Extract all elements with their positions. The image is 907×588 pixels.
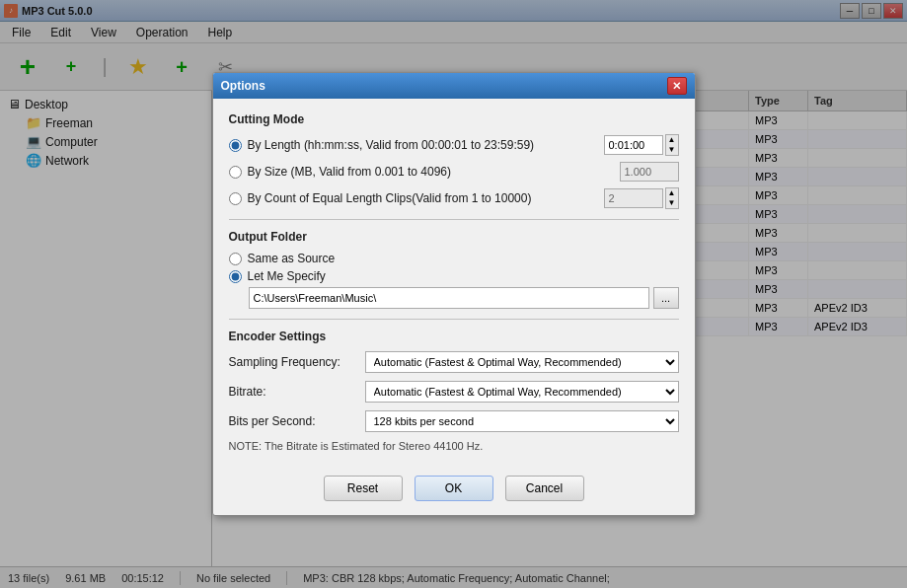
bps-label: Bits per Second: — [229, 414, 357, 428]
radio-same-as-source[interactable] — [229, 253, 242, 265]
dialog-close-button[interactable]: ✕ — [667, 77, 687, 95]
radio-same-as-source-label: Same as Source — [248, 252, 336, 265]
sampling-select[interactable]: Automatic (Fastest & Optimal Way, Recomm… — [365, 351, 679, 373]
encoder-section: Encoder Settings Sampling Frequency: Aut… — [229, 330, 679, 452]
radio-by-length[interactable] — [229, 139, 242, 152]
bitrate-note: NOTE: The Bitrate is Estimated for Stere… — [229, 440, 679, 452]
count-spin-up[interactable]: ▲ — [666, 188, 678, 198]
radio-let-me-specify-row: Let Me Specify — [229, 269, 679, 283]
sampling-row: Sampling Frequency: Automatic (Fastest &… — [229, 351, 679, 373]
by-count-value: ▲ ▼ — [604, 187, 679, 209]
radio-let-me-specify-label: Let Me Specify — [248, 269, 326, 283]
dialog-title: Options — [221, 79, 265, 93]
output-folder-section: Output Folder Same as Source Let Me Spec… — [229, 230, 679, 309]
radio-by-count-group: By Count of Equal Length Clips(Valid fro… — [229, 187, 679, 209]
encoder-label: Encoder Settings — [229, 330, 679, 343]
radio-by-length-group: By Length (hh:mm:ss, Valid from 00:00:01… — [229, 134, 679, 156]
length-time-input[interactable] — [604, 135, 663, 155]
radio-by-size-label: By Size (MB, Valid from 0.001 to 4096) — [248, 165, 452, 179]
count-input[interactable] — [604, 188, 663, 208]
modal-overlay: Options ✕ Cutting Mode By Length (hh:mm:… — [0, 0, 907, 588]
dialog-title-bar: Options ✕ — [213, 73, 695, 99]
dialog-content: Cutting Mode By Length (hh:mm:ss, Valid … — [213, 99, 695, 466]
cutting-mode-label: Cutting Mode — [229, 112, 679, 126]
path-row: ... — [249, 287, 679, 309]
bitrate-select[interactable]: Automatic (Fastest & Optimal Way, Recomm… — [365, 381, 679, 403]
separator2 — [229, 319, 679, 320]
cancel-button[interactable]: Cancel — [505, 476, 584, 501]
length-spin-down[interactable]: ▼ — [666, 145, 678, 155]
radio-by-size[interactable] — [229, 166, 242, 179]
radio-by-size-group: By Size (MB, Valid from 0.001 to 4096) — [229, 162, 679, 182]
main-window: ♪ MP3 Cut 5.0.0 ─ □ ✕ File Edit View Ope… — [0, 0, 907, 588]
bps-select[interactable]: 128 kbits per second — [365, 410, 679, 432]
bps-row: Bits per Second: 128 kbits per second — [229, 410, 679, 432]
separator1 — [229, 219, 679, 220]
count-spin-down[interactable]: ▼ — [666, 198, 678, 208]
output-folder-label: Output Folder — [229, 230, 679, 244]
output-path-input[interactable] — [249, 287, 649, 309]
ok-button[interactable]: OK — [415, 476, 493, 501]
radio-same-as-source-row: Same as Source — [229, 252, 679, 265]
bitrate-label: Bitrate: — [229, 385, 357, 399]
length-spinner: ▲ ▼ — [665, 134, 679, 156]
radio-by-length-label: By Length (hh:mm:ss, Valid from 00:00:01… — [248, 138, 535, 152]
count-spinner: ▲ ▼ — [665, 187, 679, 209]
options-dialog: Options ✕ Cutting Mode By Length (hh:mm:… — [212, 72, 696, 516]
browse-button[interactable]: ... — [653, 287, 679, 309]
dialog-buttons: Reset OK Cancel — [213, 466, 695, 515]
bitrate-row: Bitrate: Automatic (Fastest & Optimal Wa… — [229, 381, 679, 403]
by-length-value: ▲ ▼ — [604, 134, 679, 156]
radio-by-count[interactable] — [229, 192, 242, 205]
radio-by-count-label: By Count of Equal Length Clips(Valid fro… — [248, 191, 532, 205]
by-size-value — [620, 162, 679, 182]
reset-button[interactable]: Reset — [324, 476, 403, 501]
radio-let-me-specify[interactable] — [229, 270, 242, 283]
length-spin-up[interactable]: ▲ — [666, 135, 678, 145]
size-input[interactable] — [620, 162, 679, 182]
sampling-label: Sampling Frequency: — [229, 355, 357, 369]
